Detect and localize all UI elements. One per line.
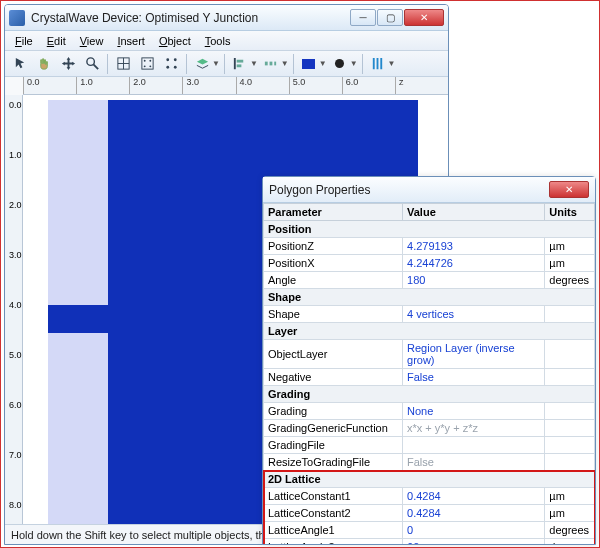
snap-tool-icon[interactable] [136, 53, 158, 75]
svg-point-12 [166, 66, 169, 69]
svg-rect-17 [265, 62, 268, 66]
svg-point-11 [173, 58, 176, 61]
row-negative[interactable]: NegativeFalse [264, 369, 595, 386]
dropdown-icon[interactable]: ▼ [250, 59, 258, 68]
dropdown-icon[interactable]: ▼ [281, 59, 289, 68]
row-grading[interactable]: GradingNone [264, 403, 595, 420]
row-positionZ[interactable]: PositionZ4.279193µm [264, 238, 595, 255]
dropdown-icon[interactable]: ▼ [212, 59, 220, 68]
dropdown-icon[interactable]: ▼ [319, 59, 327, 68]
close-button[interactable]: ✕ [404, 9, 444, 26]
minimize-button[interactable]: ─ [350, 9, 376, 26]
title-text: CrystalWave Device: Optimised Y Junction [31, 11, 343, 25]
svg-point-7 [149, 60, 151, 62]
move-tool-icon[interactable] [57, 53, 79, 75]
properties-table: Parameter Value Units Position PositionZ… [263, 203, 595, 544]
toolbar: ▼ ▼ ▼ ▼ ▼ ▼ [5, 51, 448, 77]
section-2dlattice: 2D Lattice [264, 471, 595, 488]
menu-tools[interactable]: Tools [199, 34, 237, 48]
col-value: Value [403, 204, 545, 221]
row-lc2[interactable]: LatticeConstant20.4284µm [264, 505, 595, 522]
row-gradingfn[interactable]: GradingGenericFunctionx*x + y*y + z*z [264, 420, 595, 437]
device-waveguide[interactable] [48, 305, 108, 333]
row-objectlayer[interactable]: ObjectLayerRegion Layer (inverse grow) [264, 340, 595, 369]
section-position: Position [264, 221, 595, 238]
ruler-v: 0.0 1.0 2.0 3.0 4.0 5.0 6.0 7.0 8.0 [5, 95, 23, 524]
bars-tool-icon[interactable] [367, 53, 389, 75]
menu-object[interactable]: Object [153, 34, 197, 48]
line-color-icon[interactable] [329, 53, 351, 75]
row-la2[interactable]: LatticeAngle260degrees [264, 539, 595, 545]
grid-tool-icon[interactable] [112, 53, 134, 75]
menu-edit[interactable]: Edit [41, 34, 72, 48]
svg-point-8 [143, 65, 145, 67]
distribute-icon[interactable] [260, 53, 282, 75]
align-left-icon[interactable] [229, 53, 251, 75]
row-angle[interactable]: Angle180degrees [264, 272, 595, 289]
lattice-highlight: 2D Lattice LatticeConstant10.4284µm Latt… [264, 471, 595, 545]
menu-file[interactable]: File [9, 34, 39, 48]
svg-rect-15 [237, 60, 244, 63]
maximize-button[interactable]: ▢ [377, 9, 403, 26]
dropdown-icon[interactable]: ▼ [388, 59, 396, 68]
svg-point-9 [149, 65, 151, 67]
svg-rect-18 [270, 62, 273, 66]
svg-point-0 [86, 58, 94, 66]
row-la1[interactable]: LatticeAngle10degrees [264, 522, 595, 539]
menu-insert[interactable]: Insert [111, 34, 151, 48]
ruler-h: 0.0 1.0 2.0 3.0 4.0 5.0 6.0 z [23, 77, 448, 95]
properties-title: Polygon Properties [269, 183, 542, 197]
section-layer: Layer [264, 323, 595, 340]
properties-window: Polygon Properties ✕ Parameter Value Uni… [262, 176, 596, 545]
window-buttons: ─ ▢ ✕ [349, 9, 444, 26]
row-lc1[interactable]: LatticeConstant10.4284µm [264, 488, 595, 505]
properties-body[interactable]: Parameter Value Units Position PositionZ… [263, 203, 595, 544]
row-gradingfile[interactable]: GradingFile [264, 437, 595, 454]
row-resize[interactable]: ResizeToGradingFileFalse [264, 454, 595, 471]
menubar: File Edit View Insert Object Tools [5, 31, 448, 51]
row-shape[interactable]: Shape4 vertices [264, 306, 595, 323]
row-positionX[interactable]: PositionX4.244726µm [264, 255, 595, 272]
svg-point-10 [166, 58, 169, 61]
section-shape: Shape [264, 289, 595, 306]
col-units: Units [545, 204, 595, 221]
svg-line-1 [93, 64, 98, 69]
dropdown-icon[interactable]: ▼ [350, 59, 358, 68]
properties-titlebar: Polygon Properties ✕ [263, 177, 595, 203]
col-parameter: Parameter [264, 204, 403, 221]
svg-point-13 [173, 66, 176, 69]
svg-rect-16 [237, 64, 242, 67]
properties-close-button[interactable]: ✕ [549, 181, 589, 198]
section-grading: Grading [264, 386, 595, 403]
nodes-tool-icon[interactable] [160, 53, 182, 75]
main-titlebar: CrystalWave Device: Optimised Y Junction… [5, 5, 448, 31]
svg-rect-5 [141, 58, 152, 69]
fill-color-icon[interactable] [298, 53, 320, 75]
svg-point-6 [143, 60, 145, 62]
app-icon [9, 10, 25, 26]
svg-rect-19 [275, 62, 277, 66]
zoom-tool-icon[interactable] [81, 53, 103, 75]
pointer-tool-icon[interactable] [9, 53, 31, 75]
hand-tool-icon[interactable] [33, 53, 55, 75]
menu-view[interactable]: View [74, 34, 110, 48]
layer-tool-icon[interactable] [191, 53, 213, 75]
status-text: Hold down the Shift key to select multip… [11, 529, 301, 541]
